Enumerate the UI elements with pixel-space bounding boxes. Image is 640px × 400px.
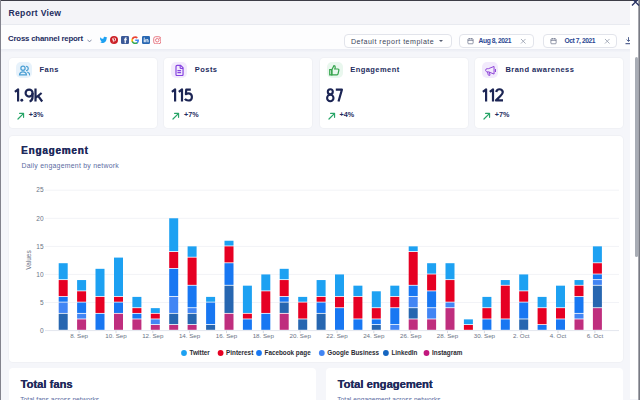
svg-text:Facebook page: Facebook page — [265, 349, 312, 357]
svg-text:Google Business: Google Business — [327, 349, 379, 357]
svg-text:16. Sep: 16. Sep — [216, 332, 238, 339]
svg-text:8. Sep: 8. Sep — [70, 332, 88, 339]
svg-text:4. Oct: 4. Oct — [550, 332, 567, 339]
svg-text:Instagram: Instagram — [432, 349, 463, 357]
svg-text:15: 15 — [36, 243, 44, 250]
svg-text:14. Sep: 14. Sep — [179, 332, 201, 339]
svg-text:LinkedIn: LinkedIn — [391, 349, 417, 356]
svg-text:Values: Values — [25, 250, 32, 270]
svg-text:10. Sep: 10. Sep — [105, 332, 127, 339]
svg-text:22. Sep: 22. Sep — [326, 332, 348, 339]
svg-text:30. Sep: 30. Sep — [474, 332, 496, 339]
svg-text:6. Oct: 6. Oct — [587, 332, 604, 339]
svg-text:12. Sep: 12. Sep — [142, 332, 164, 339]
svg-text:Twitter: Twitter — [190, 349, 211, 356]
svg-text:5: 5 — [40, 299, 44, 306]
svg-text:18. Sep: 18. Sep — [253, 332, 275, 339]
svg-text:26. Sep: 26. Sep — [400, 332, 422, 339]
svg-text:0: 0 — [40, 327, 44, 334]
svg-text:28. Sep: 28. Sep — [437, 332, 459, 339]
svg-text:10: 10 — [36, 271, 44, 278]
svg-text:20. Sep: 20. Sep — [290, 332, 312, 339]
svg-text:Pinterest: Pinterest — [226, 349, 254, 356]
svg-text:25: 25 — [36, 186, 44, 193]
svg-text:20: 20 — [36, 215, 44, 222]
svg-text:24. Sep: 24. Sep — [363, 332, 385, 339]
svg-text:2. Oct: 2. Oct — [513, 332, 530, 339]
